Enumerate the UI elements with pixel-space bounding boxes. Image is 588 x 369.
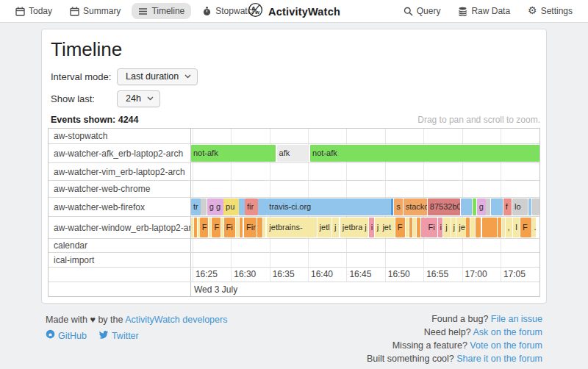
timeline-segment[interactable] (240, 218, 243, 237)
timeline-segment[interactable]: 87532b00 (428, 198, 461, 215)
timeline-segment[interactable] (209, 218, 212, 237)
timeline-track[interactable] (191, 163, 539, 180)
show-last-label: Show last: (51, 93, 117, 104)
timeline-segment[interactable]: I (513, 218, 520, 237)
timeline-segment[interactable]: pu (223, 198, 239, 215)
timeline-segment[interactable]: jet (380, 218, 395, 237)
timeline-segment[interactable]: F (200, 218, 208, 237)
timeline-segment[interactable] (473, 198, 476, 215)
timeline-segment[interactable]: Fi (224, 218, 235, 237)
timeline-track[interactable]: not-afkafknot-afk (191, 144, 539, 162)
help-line: Found a bug? File an issue (367, 312, 542, 326)
timeline-segment[interactable]: not-afk (191, 145, 276, 162)
nav-left-group: TodaySummaryTimelineStopwatch (9, 3, 263, 19)
timeline-segment[interactable]: tr (191, 198, 201, 215)
timeline-segment[interactable] (239, 198, 244, 215)
gridline (423, 239, 424, 252)
timeline-segment[interactable]: je (456, 218, 465, 237)
timeline-segment[interactable] (486, 198, 490, 215)
timeline-segment[interactable]: . (532, 218, 537, 237)
timeline-segment[interactable]: Fir (244, 218, 257, 237)
timeline-segment[interactable]: F (395, 218, 406, 237)
timeline-segment[interactable]: not-afk (310, 145, 539, 162)
timeline-segment[interactable] (421, 218, 426, 237)
timeline-segment[interactable]: jetl (318, 218, 332, 237)
timeline-segment[interactable]: stacko (404, 198, 427, 215)
tick-label: 16:40 (311, 269, 333, 279)
timeline-segment[interactable]: j (375, 218, 380, 237)
help-link[interactable]: Ask on the forum (473, 327, 543, 337)
timeline-segment[interactable] (194, 218, 197, 237)
developers-link[interactable]: ActivityWatch developers (125, 315, 227, 325)
interval-mode-select[interactable]: Last duration (117, 68, 198, 85)
timeline-segment[interactable] (258, 198, 266, 215)
timeline-segment[interactable]: g g (207, 198, 223, 215)
nav-item-settings[interactable]: ⚙Settings (521, 3, 579, 19)
timeline-segment[interactable] (236, 218, 240, 237)
nav-item-timeline[interactable]: Timeline (132, 3, 191, 19)
timeline-segment[interactable] (528, 198, 531, 215)
timeline-segment[interactable] (413, 218, 416, 237)
timeline-segment[interactable] (476, 218, 481, 237)
timeline-segment[interactable]: F (520, 218, 531, 237)
timeline-segment[interactable]: Fi (426, 218, 437, 237)
timeline-segment[interactable] (470, 218, 475, 237)
timeline-track[interactable] (191, 253, 539, 267)
timeline-segment[interactable] (409, 218, 413, 237)
gridline (385, 181, 386, 197)
timeline-segment[interactable] (498, 218, 501, 237)
timeline-segment[interactable]: jetbrains- (267, 218, 317, 237)
gridline (270, 239, 270, 252)
timeline-segment[interactable]: g (477, 198, 486, 215)
timeline-segment[interactable]: F (212, 218, 220, 237)
timeline-table[interactable]: aw-stopwatchaw-watcher-afk_erb-laptop2-a… (48, 128, 540, 297)
timeline-track[interactable]: FFFiFirjetbrains-jetljjetbrajijjetF.Fiij… (191, 217, 539, 238)
timeline-segment[interactable]: lo (512, 198, 528, 215)
timeline-segment[interactable] (201, 198, 207, 215)
timeline-segment[interactable] (502, 218, 505, 237)
timeline-segment[interactable] (257, 218, 262, 237)
timeline-segment[interactable] (466, 218, 470, 237)
timeline-segment[interactable]: , (506, 218, 512, 237)
timeline-segment[interactable] (532, 198, 539, 215)
help-link[interactable]: Share it on the forum (456, 354, 542, 364)
timeline-segment[interactable] (482, 218, 497, 237)
timeline-segment[interactable] (391, 198, 393, 215)
timeline-segment[interactable]: j (451, 218, 456, 237)
timeline-segment[interactable]: j (362, 218, 368, 237)
timeline-segment[interactable] (417, 218, 420, 237)
timeline-segment[interactable]: i (369, 218, 375, 237)
help-link[interactable]: File an issue (491, 314, 542, 324)
timeline-segment[interactable] (461, 198, 472, 215)
timeline-segment[interactable] (191, 218, 193, 237)
twitter-link[interactable]: Twitter (98, 329, 139, 343)
timeline-segment[interactable] (263, 218, 265, 237)
gridline (270, 181, 270, 197)
tick-label: 16:30 (234, 269, 256, 279)
database-icon (458, 7, 467, 16)
timeline-segment[interactable] (221, 218, 223, 237)
timeline-segment[interactable]: afk (277, 145, 308, 162)
timeline-segment[interactable]: f (503, 198, 512, 215)
nav-item-raw-data[interactable]: Raw Data (451, 3, 517, 19)
timeline-segment[interactable]: jetbra (340, 218, 362, 237)
timeline-segment[interactable]: s (394, 198, 402, 215)
timeline-segment[interactable]: travis-ci.org (267, 198, 390, 215)
nav-item-summary[interactable]: Summary (63, 3, 127, 19)
timeline-track[interactable] (191, 181, 539, 197)
timeline-track[interactable] (191, 239, 539, 252)
timeline-segment[interactable]: . (406, 218, 409, 237)
timeline-track[interactable]: trg gpufirtravis-ci.orgsstacko87532b00gf… (191, 198, 539, 216)
timeline-track[interactable] (191, 129, 539, 143)
show-last-select[interactable]: 24h (117, 90, 160, 107)
nav-item-today[interactable]: Today (9, 3, 59, 19)
timeline-segment[interactable] (491, 198, 503, 215)
timeline-segment[interactable]: fir (245, 198, 258, 215)
timeline-segment[interactable]: j (443, 218, 450, 237)
help-link[interactable]: Vote on the forum (470, 340, 542, 351)
timeline-segment[interactable]: i (438, 218, 443, 237)
timeline-segment[interactable]: j (332, 218, 339, 237)
nav-item-query[interactable]: Query (397, 3, 448, 19)
github-link[interactable]: GitHub (46, 329, 87, 343)
brand[interactable]: A w ActivityWatch (248, 0, 340, 23)
